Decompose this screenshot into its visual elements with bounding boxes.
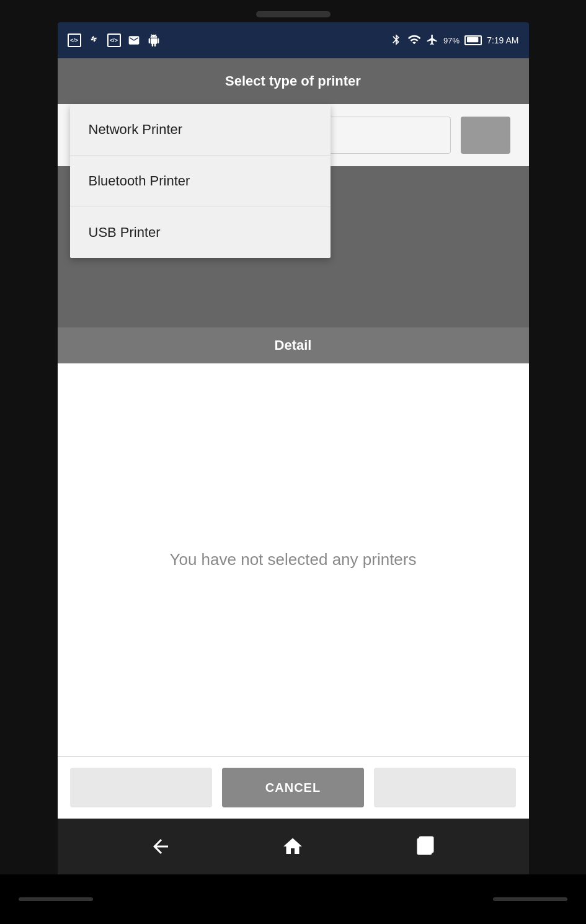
wifi-icon xyxy=(407,33,421,48)
back-button[interactable] xyxy=(148,834,173,859)
battery-percent: 97% xyxy=(443,36,459,45)
time-display: 7:19 AM xyxy=(487,35,518,45)
status-bar: </> </> xyxy=(58,22,529,58)
detail-title: Detail xyxy=(275,337,312,353)
phone-frame: </> </> xyxy=(0,0,586,924)
btn-placeholder-left xyxy=(70,768,212,807)
bottom-indicator-left xyxy=(19,897,93,901)
home-button[interactable] xyxy=(280,834,305,859)
speaker xyxy=(256,11,331,17)
bluetooth-icon xyxy=(390,33,402,48)
status-icons-right: 97% 7:19 AM xyxy=(390,33,518,48)
recents-button[interactable] xyxy=(413,834,438,859)
nav-bar xyxy=(58,819,529,874)
bottom-bar xyxy=(0,874,586,924)
svg-rect-0 xyxy=(467,37,478,42)
printer-type-section: Network Printer Bluetooth Printer USB Pr… xyxy=(58,104,529,166)
airplane-icon xyxy=(426,33,438,48)
gmail-icon xyxy=(127,33,141,47)
app-area: Select type of printer Network Printer B… xyxy=(58,58,529,819)
button-row: CANCEL xyxy=(58,756,529,819)
battery-icon xyxy=(464,35,482,45)
option-usb-printer[interactable]: USB Printer xyxy=(70,207,331,258)
status-icons-left: </> </> xyxy=(68,33,161,47)
code2-icon: </> xyxy=(107,33,121,47)
no-printer-message: You have not selected any printers xyxy=(145,548,442,572)
android-icon xyxy=(147,33,161,47)
scan-button[interactable] xyxy=(461,117,510,154)
code-icon: </> xyxy=(68,33,81,47)
option-network-printer[interactable]: Network Printer xyxy=(70,104,331,156)
svg-rect-2 xyxy=(420,837,433,852)
detail-header: Detail xyxy=(58,327,529,363)
btn-placeholder-right xyxy=(374,768,516,807)
detail-content: You have not selected any printers xyxy=(58,363,529,756)
bottom-indicator-right xyxy=(493,897,567,901)
usb-icon xyxy=(87,33,101,47)
dialog-title: Select type of printer xyxy=(225,73,361,89)
option-bluetooth-printer[interactable]: Bluetooth Printer xyxy=(70,156,331,207)
dialog-header: Select type of printer xyxy=(58,58,529,104)
cancel-button[interactable]: CANCEL xyxy=(222,768,364,807)
dropdown-menu: Network Printer Bluetooth Printer USB Pr… xyxy=(70,104,331,258)
